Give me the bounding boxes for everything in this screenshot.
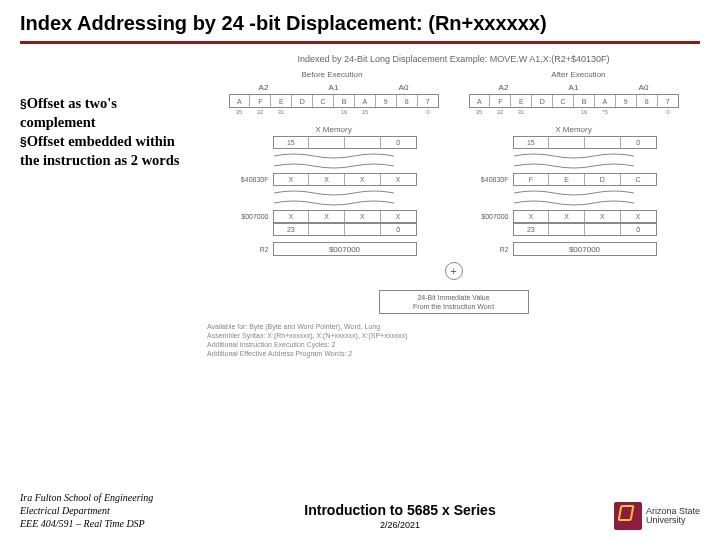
- asu-shield-icon: [614, 502, 642, 530]
- bullet-1: §Offset as two's complement: [20, 94, 195, 132]
- slide-footer: Ira Fulton School of Engineering Electri…: [0, 491, 720, 530]
- after-label: After Execution: [551, 70, 605, 79]
- footer-affiliation: Ira Fulton School of Engineering Electri…: [20, 491, 220, 530]
- bullet-list: §Offset as two's complement §Offset embe…: [20, 54, 195, 358]
- bullet-2: §Offset embedded within the instruction …: [20, 132, 195, 170]
- immediate-box: 24-Bit Immediate Value From the Instruct…: [379, 290, 529, 314]
- adder-icon: +: [445, 262, 463, 280]
- footer-date: 2/26/2021: [220, 520, 580, 530]
- footer-title: Introduction to 5685 x Series: [220, 502, 580, 518]
- r2-after: $007000: [513, 242, 657, 256]
- before-column: A2A1A0 AFEDCBA987 35323116150 X Memory 1…: [229, 83, 439, 256]
- before-label: Before Execution: [301, 70, 362, 79]
- title-divider: [20, 41, 700, 44]
- availability-text: Available for: Byte (Byte and Word Point…: [207, 322, 700, 358]
- register-a-before: AFEDCBA987: [229, 94, 439, 108]
- asu-logo: Arizona State University: [580, 502, 700, 530]
- after-column: A2A1A0 AFEDCBA987 35323116*50 X Memory 1…: [469, 83, 679, 256]
- register-a-after: AFEDCBA987: [469, 94, 679, 108]
- slide-title: Index Addressing by 24 -bit Displacement…: [20, 12, 700, 35]
- diagram-caption: Indexed by 24-Bit Long Displacement Exam…: [207, 54, 700, 64]
- r2-before: $007000: [273, 242, 417, 256]
- diagram-area: Indexed by 24-Bit Long Displacement Exam…: [207, 54, 700, 358]
